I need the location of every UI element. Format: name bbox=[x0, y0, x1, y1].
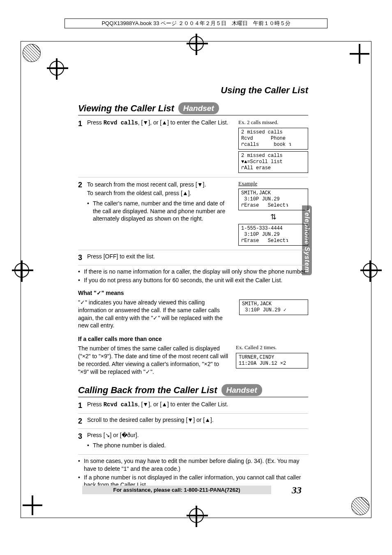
s2-note1: In some cases, you may have to edit the … bbox=[78, 457, 308, 473]
s1-step1-box2: 2 missed calls ▼▲=Scroll list ↱All erase bbox=[238, 151, 308, 173]
s1-step3-text: Press [OFF] to exit the list. bbox=[87, 253, 308, 260]
s2-step3-sub-text: The phone number is dialed. bbox=[93, 442, 166, 449]
reg-ring-right bbox=[363, 263, 378, 278]
s1-step2-side: Example SMITH,JACK 3:10P JUN.29 ↱Erase S… bbox=[238, 180, 308, 247]
reg-hatch-br bbox=[351, 497, 369, 515]
page-content: Using the Caller List Viewing the Caller… bbox=[78, 84, 308, 491]
s1-step1-box1: 2 missed calls Rcvd Phone ↱calls book ↴ bbox=[238, 128, 308, 150]
s2-step3: 3 Press [↘] or [�ður]. The phone number … bbox=[78, 431, 308, 455]
assist-text: For assistance, please call: 1-800-211-P… bbox=[113, 487, 240, 493]
s1-notes: If there is no name information for a ca… bbox=[78, 268, 308, 284]
s2-step1: 1 Press Rcvd calls, [▼], or [▲] to enter… bbox=[78, 401, 308, 413]
s1-step3: 3 Press [OFF] to exit the list. bbox=[78, 253, 308, 265]
s1-step2-line1: To search from the most recent call, pre… bbox=[87, 181, 233, 189]
section2-title: Calling Back from the Caller List bbox=[78, 384, 217, 396]
s1-note2-text: If you do not press any buttons for 60 s… bbox=[84, 276, 282, 284]
s2-step1-a: Press bbox=[87, 401, 104, 408]
reg-ring-header bbox=[49, 61, 64, 76]
s2-note1-text: In some cases, you may have to edit the … bbox=[84, 457, 308, 473]
multi-para: The number of times the same caller call… bbox=[78, 345, 231, 376]
s1-step2-bullet-text: The caller's name, number and the time a… bbox=[93, 200, 233, 223]
reg-cross-bl bbox=[23, 495, 42, 515]
s1-step1-mono: Rcvd calls bbox=[104, 120, 138, 126]
s2-step3-num: 3 bbox=[78, 431, 87, 441]
s2-step1-b: , [▼], or [▲] to enter the Caller List. bbox=[138, 401, 228, 408]
book-header: PQQX13988YA.book 33 ページ ２００４年２月５日 木曜日 午前… bbox=[65, 18, 327, 28]
s2-notes: In some cases, you may have to edit the … bbox=[78, 457, 308, 489]
s1-step3-num: 3 bbox=[78, 253, 87, 263]
book-header-text: PQQX13988YA.book 33 ページ ２００４年２月５日 木曜日 午前… bbox=[101, 20, 290, 27]
s1-step2-bullets: The caller's name, number and the time a… bbox=[87, 200, 233, 223]
page-title: Using the Caller List bbox=[78, 84, 308, 97]
reg-ring-bottom bbox=[189, 508, 204, 523]
s2-step3-body: Press [↘] or [�ður]. The phone number is… bbox=[87, 431, 308, 452]
s1-step2-line2: To search from the oldest call, press [▲… bbox=[87, 189, 233, 197]
s1-step2-body: To search from the most recent call, pre… bbox=[87, 180, 233, 225]
handset-badge-1: Handset bbox=[178, 102, 219, 115]
section1-title: Viewing the Caller List bbox=[78, 102, 174, 115]
reg-hatch-tl bbox=[23, 44, 41, 62]
s1-note2: If you do not press any buttons for 60 s… bbox=[78, 276, 308, 284]
handset-badge-2: Handset bbox=[221, 384, 262, 396]
reg-ring-top bbox=[189, 36, 204, 51]
page-number: 33 bbox=[292, 485, 302, 496]
s1-step1: 1 Press Rcvd calls, [▼], or [▲] to enter… bbox=[78, 119, 308, 177]
s2-step3-text: Press [↘] or [�ður]. bbox=[87, 431, 308, 439]
s1-note1: If there is no name information for a ca… bbox=[78, 268, 308, 276]
s2-step2-num: 2 bbox=[78, 416, 87, 426]
s1-step2-boxB: 1-555-333-4444 3:10P JUN.29 ↱Erase Selec… bbox=[238, 224, 308, 246]
check-para: "✓" indicates you have already viewed th… bbox=[78, 299, 234, 330]
s2-step3-sub: The phone number is dialed. bbox=[87, 442, 308, 449]
s1-step2: 2 To search from the most recent call, p… bbox=[78, 180, 308, 250]
assist-bar: For assistance, please call: 1-800-211-P… bbox=[82, 486, 271, 494]
s1-step2-caption: Example bbox=[238, 180, 308, 187]
check-box: SMITH,JACK 3:10P JUN.29 ✓ bbox=[239, 299, 308, 315]
s1-step1-num: 1 bbox=[78, 119, 87, 129]
reg-ring-left bbox=[14, 263, 29, 278]
section2-heading-row: Calling Back from the Caller List Handse… bbox=[78, 384, 308, 398]
check-heading: What "✓" means bbox=[78, 289, 308, 297]
s2-step1-num: 1 bbox=[78, 401, 87, 410]
s1-step2-bullet: The caller's name, number and the time a… bbox=[87, 200, 233, 223]
multi-caption: Ex. Called 2 times. bbox=[236, 344, 308, 351]
double-arrow-icon: ⇅ bbox=[238, 212, 308, 222]
reg-cross-tr bbox=[350, 44, 369, 64]
section1-heading-row: Viewing the Caller List Handset bbox=[78, 102, 308, 116]
s1-step1-text-a: Press bbox=[87, 119, 104, 126]
s1-step2-num: 2 bbox=[78, 180, 87, 190]
s1-step2-boxA: SMITH,JACK 3:10P JUN.29 ↱Erase Select↴ bbox=[238, 189, 308, 210]
s1-step1-text-b: , [▼], or [▲] to enter the Caller List. bbox=[138, 119, 228, 126]
s2-step1-mono: Rcvd calls bbox=[104, 401, 138, 408]
s2-step1-body: Press Rcvd calls, [▼], or [▲] to enter t… bbox=[87, 401, 308, 409]
s1-step1-side: Ex. 2 calls missed. 2 missed calls Rcvd … bbox=[238, 119, 308, 175]
s2-step2-text: Scroll to the desired caller by pressing… bbox=[87, 416, 308, 424]
s1-step1-caption: Ex. 2 calls missed. bbox=[238, 119, 308, 126]
multi-box: TURNER,CINDY 11:20A JUN.12 ×2 bbox=[236, 353, 308, 368]
multi-heading: If a caller calls more than once bbox=[78, 335, 308, 343]
s1-note1-text: If there is no name information for a ca… bbox=[84, 268, 307, 276]
s1-step1-body: Press Rcvd calls, [▼], or [▲] to enter t… bbox=[87, 119, 233, 127]
s2-step2: 2 Scroll to the desired caller by pressi… bbox=[78, 416, 308, 429]
